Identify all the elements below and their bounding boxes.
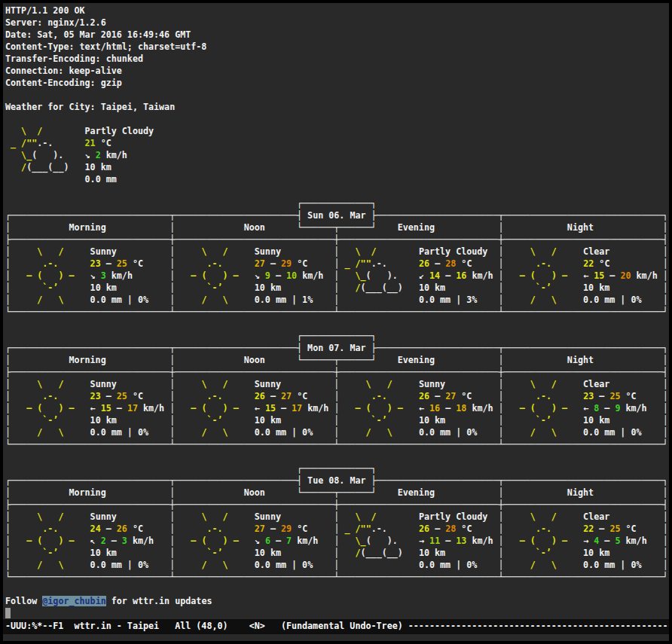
table-header-line: │ Morning │ Noon └──────┬──────┘ Evening… (5, 221, 669, 233)
current-conditions-line: 0.0 mm (5, 173, 669, 185)
table-bottom-line: └──────────────────────────────┴────────… (5, 571, 669, 583)
table-top-line: ┌──────────────────────────────┬────────… (5, 475, 669, 487)
forecast-row: │ – ( ) – ↖ 2 – 3 km/h │ – ( ) – ↘ 6 – 7… (5, 535, 669, 547)
table-bottom-line: └──────────────────────────────┴────────… (5, 438, 669, 450)
current-conditions-line: \_( ). ↘ 2 km/h (5, 149, 669, 161)
forecast-row: │ `-’ 10 km │ `-’ 10 km │ /(___(__) 10 k… (5, 282, 669, 294)
forecast-row: │ .-. 23 – 25 °C │ .-. 27 – 29 °C │ _ /"… (5, 258, 669, 270)
forecast-row: │ / \ 0.0 mm | 0% │ / \ 0.0 mm | 1% │ 0.… (5, 294, 669, 306)
date-box-top: ┌─────────────┐ (5, 330, 669, 342)
table-separator-line: ├──────────────────────────────┼────────… (5, 233, 669, 246)
date-label: Mon 07. Mar (307, 343, 365, 353)
forecast-row: │ \ / Sunny │ \ / Sunny │ \ / Sunny │ \ … (5, 378, 669, 390)
http-header-line: Content-Encoding: gzip (5, 77, 669, 89)
http-header-line: Transfer-Encoding: chunked (5, 53, 669, 65)
blank-line (5, 185, 669, 197)
emacs-modeline: -UUU:%*--F1 wttr.in - Taipei All (48,0) … (3, 619, 669, 634)
table-top-line: ┌──────────────────────────────┬────────… (5, 342, 669, 354)
blank-line (5, 89, 669, 101)
text-cursor (5, 608, 11, 618)
emacs-buffer[interactable]: HTTP/1.1 200 OKServer: nginx/1.2.6Date: … (3, 3, 669, 619)
http-header-line: Server: nginx/1.2.6 (5, 17, 669, 29)
forecast-row: │ / \ 0.0 mm | 0% │ / \ 0.0 mm | 0% │ / … (5, 426, 669, 438)
forecast-row: │ .-. 24 – 26 °C │ .-. 27 – 29 °C │ _ /"… (5, 523, 669, 535)
table-bottom-line: └──────────────────────────────┴────────… (5, 306, 669, 318)
forecast-row: │ – ( ) – ← 15 – 17 km/h │ – ( ) – ← 15 … (5, 402, 669, 414)
forecast-row: │ \ / Sunny │ \ / Sunny │ \ / Partly Clo… (5, 246, 669, 258)
date-label: Tue 08. Mar (307, 475, 365, 486)
forecast-row: │ `-’ 10 km │ `-’ 10 km │ /(___(__) 10 k… (5, 547, 669, 559)
http-header-line: Content-Type: text/html; charset=utf-8 (5, 41, 669, 53)
date-box-top: ┌─────────────┐ (5, 197, 669, 209)
forecast-row: │ – ( ) – ↘ 3 km/h │ – ( ) – ↘ 9 – 10 km… (5, 270, 669, 282)
table-separator-line: ├──────────────────────────────┼────────… (5, 366, 669, 378)
blank-line (5, 318, 669, 330)
http-header-line: Date: Sat, 05 Mar 2016 16:49:46 GMT (5, 29, 669, 41)
http-header-line: Connection: keep-alive (5, 65, 669, 77)
footer-line: Follow @igor_chubin for wttr.in updates (5, 595, 669, 607)
current-conditions-line: /(___(__) 10 km (5, 161, 669, 173)
cursor-line (5, 607, 669, 619)
table-header-line: │ Morning │ Noon └──────┬──────┘ Evening… (5, 487, 669, 499)
modeline-text: -UUU:%*--F1 wttr.in - Taipei All (48,0) … (5, 621, 669, 631)
forecast-row: │ .-. 23 – 25 °C │ .-. 26 – 27 °C │ .-. … (5, 390, 669, 402)
date-box-top: ┌─────────────┐ (5, 462, 669, 475)
http-header-line: HTTP/1.1 200 OK (5, 5, 669, 17)
current-conditions-line: _ /"".-. 21 °C (5, 137, 669, 149)
blank-line (5, 113, 669, 125)
current-conditions-line: \ / Partly Cloudy (5, 125, 669, 137)
blank-line (5, 583, 669, 595)
table-separator-line: ├──────────────────────────────┼────────… (5, 499, 669, 511)
forecast-row: │ / \ 0.0 mm | 0% │ / \ 0.0 mm | 0% │ 0.… (5, 559, 669, 571)
table-header-line: │ Morning │ Noon └──────┬──────┘ Evening… (5, 354, 669, 366)
twitter-handle-link[interactable]: @igor_chubin (42, 596, 105, 606)
emacs-minibuffer (3, 634, 669, 641)
location-line: Weather for City: Taipei, Taiwan (5, 101, 669, 113)
forecast-row: │ `-’ 10 km │ `-’ 10 km │ `-’ 10 km │ `-… (5, 414, 669, 426)
blank-line (5, 450, 669, 462)
table-top-line: ┌──────────────────────────────┬────────… (5, 209, 669, 221)
forecast-row: │ \ / Sunny │ \ / Sunny │ \ / Partly Clo… (5, 511, 669, 523)
terminal-window: HTTP/1.1 200 OKServer: nginx/1.2.6Date: … (3, 3, 669, 641)
date-label: Sun 06. Mar (307, 210, 365, 221)
